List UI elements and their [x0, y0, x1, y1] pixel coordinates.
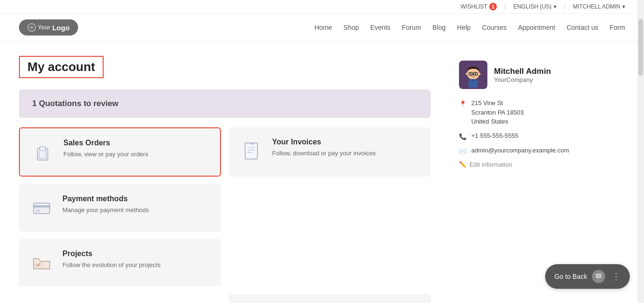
svg-rect-12: [35, 262, 44, 268]
email-icon: ✉️: [459, 147, 467, 156]
location-icon: 📍: [459, 99, 467, 109]
sales-orders-desc: Follow, view or pay your orders: [63, 150, 148, 159]
address-line3: United States: [471, 117, 524, 126]
nav-blog[interactable]: Blog: [432, 24, 446, 31]
header: YourLogo Home Shop Events Forum Blog Hel…: [0, 14, 644, 42]
nav-home[interactable]: Home: [314, 24, 332, 31]
invoices-text: Your Invoices Follow, download or pay yo…: [272, 138, 376, 158]
wishlist-link[interactable]: WISHLIST 1: [460, 3, 497, 10]
chat-button[interactable]: Go to Back ⋮: [545, 264, 630, 289]
card-projects[interactable]: Projects Follow the evolution of your pr…: [19, 239, 221, 286]
language-label: ENGLISH (US): [513, 3, 552, 10]
projects-title: Projects: [62, 250, 160, 258]
top-bar: WISHLIST 1 | ENGLISH (US) ▾ | MITCHELL A…: [0, 0, 644, 14]
invoices-icon-area: [238, 138, 265, 164]
user-info: Mitchell Admin YourCompany: [494, 67, 551, 83]
nav-help[interactable]: Help: [457, 24, 471, 31]
divider-2: |: [564, 3, 565, 10]
scrollbar[interactable]: [637, 0, 644, 303]
card-tasks[interactable]: Tasks Follow and comments tasks of your …: [229, 294, 431, 303]
sales-orders-icon-area: [29, 139, 56, 165]
svg-rect-5: [246, 144, 256, 158]
logo-oval: YourLogo: [19, 19, 78, 36]
svg-point-28: [597, 276, 598, 276]
address-line2: Scranton PA 18503: [471, 108, 524, 117]
chat-icon: [595, 273, 602, 280]
projects-text: Projects Follow the evolution of your pr…: [62, 250, 160, 269]
scrollbar-thumb[interactable]: [638, 19, 643, 76]
user-profile: Mitchell Admin YourCompany 📍 215 Vine St…: [459, 56, 591, 168]
pencil-icon: ✏️: [459, 161, 467, 168]
address-text: 215 Vine St Scranton PA 18503 United Sta…: [471, 98, 524, 126]
invoices-title: Your Invoices: [272, 138, 376, 146]
divider-1: |: [504, 3, 506, 10]
user-phone: +1 555-555-5555: [471, 131, 518, 141]
sales-orders-text: Sales Orders Follow, view or pay your or…: [63, 139, 148, 159]
more-options-icon[interactable]: ⋮: [612, 271, 620, 282]
projects-icon-area: [28, 250, 55, 276]
logo[interactable]: YourLogo: [19, 19, 78, 36]
svg-point-24: [470, 73, 472, 75]
nav-appointment[interactable]: Appointment: [518, 24, 556, 31]
nav-shop[interactable]: Shop: [344, 24, 359, 31]
user-menu[interactable]: MITCHELL ADMIN ▾: [573, 3, 625, 10]
address-line1: 215 Vine St: [471, 98, 524, 108]
page-title-box: My account: [19, 56, 104, 78]
quotations-banner[interactable]: 1 Quotations to review: [19, 89, 431, 118]
invoice-icon: [239, 139, 263, 163]
chat-label: Go to Back: [555, 273, 587, 280]
logo-icon: [27, 23, 36, 32]
wishlist-count: 1: [489, 3, 497, 10]
edit-info-label: Edit information: [469, 161, 512, 168]
svg-point-29: [598, 276, 599, 276]
credit-card-icon: [30, 196, 53, 220]
shopping-bag-icon: [31, 140, 54, 164]
edit-info-link[interactable]: ✏️ Edit information: [459, 161, 591, 168]
phone-icon: 📞: [459, 132, 467, 142]
main-content: My account 1 Quotations to review: [0, 42, 644, 303]
card-sales-orders[interactable]: Sales Orders Follow, view or pay your or…: [19, 127, 221, 177]
invoices-desc: Follow, download or pay your invoices: [272, 149, 376, 158]
card-your-invoices[interactable]: Your Invoices Follow, download or pay yo…: [229, 127, 431, 177]
left-column: My account 1 Quotations to review: [19, 56, 431, 303]
user-phone-row: 📞 +1 555-555-5555: [459, 131, 591, 142]
svg-rect-9: [35, 204, 49, 213]
language-selector[interactable]: ENGLISH (US) ▾: [513, 3, 556, 10]
user-label: MITCHELL ADMIN: [573, 3, 620, 10]
user-email: admin@yourcompany.example.com: [471, 146, 569, 155]
nav-forum[interactable]: Forum: [402, 24, 421, 31]
nav-events[interactable]: Events: [371, 24, 391, 31]
svg-point-27: [478, 73, 481, 75]
avatar-illustration: [460, 62, 486, 88]
user-email-row: ✉️ admin@yourcompany.example.com: [459, 146, 591, 156]
nav-form[interactable]: Form: [609, 24, 625, 31]
svg-point-26: [466, 73, 468, 75]
payment-methods-text: Payment methods Manage your payment meth…: [62, 195, 149, 214]
payment-icon-area: [28, 195, 55, 221]
language-arrow: ▾: [554, 3, 556, 10]
card-payment-methods[interactable]: Payment methods Manage your payment meth…: [19, 184, 221, 232]
payment-methods-title: Payment methods: [62, 195, 149, 203]
svg-point-30: [600, 276, 600, 276]
user-address: 📍 215 Vine St Scranton PA 18503 United S…: [459, 98, 591, 126]
nav-contact-us[interactable]: Contact us: [566, 24, 598, 31]
svg-rect-11: [34, 205, 50, 208]
svg-point-25: [475, 73, 476, 75]
wishlist-label: WISHLIST: [460, 3, 487, 10]
cards-grid: Sales Orders Follow, view or pay your or…: [19, 127, 431, 303]
main-nav: Home Shop Events Forum Blog Help Courses…: [314, 24, 625, 31]
quotations-label: Quotations to review: [36, 99, 118, 108]
folder-icon: [30, 251, 53, 275]
nav-courses[interactable]: Courses: [482, 24, 507, 31]
user-company: YourCompany: [494, 76, 551, 83]
projects-desc: Follow the evolution of your projects: [62, 261, 160, 269]
payment-methods-desc: Manage your payment methods: [62, 206, 149, 214]
sales-orders-title: Sales Orders: [63, 139, 148, 147]
user-arrow: ▾: [622, 3, 625, 10]
user-name: Mitchell Admin: [494, 67, 551, 76]
chat-bubble-icon: [592, 270, 605, 283]
user-avatar-row: Mitchell Admin YourCompany: [459, 61, 591, 89]
page-title: My account: [27, 60, 95, 74]
avatar: [459, 61, 487, 89]
